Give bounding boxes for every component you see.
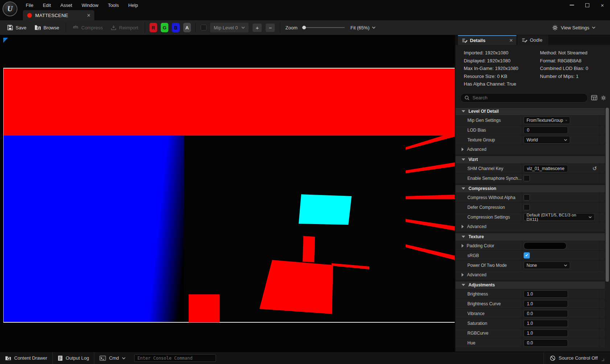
enable-semaphore-checkbox[interactable]	[524, 175, 530, 181]
section-compression[interactable]: Compression	[455, 185, 605, 193]
lod-bias-input[interactable]: 0	[524, 127, 568, 134]
menu-bar: File Edit Asset Window Tools Help	[21, 0, 143, 10]
asset-tab-mattescene[interactable]: MATTESCENE ✕	[23, 10, 94, 20]
menu-asset[interactable]: Asset	[56, 0, 77, 10]
row-srgb: sRGB ✔	[455, 251, 605, 260]
row-texture-group: Texture Group World	[455, 135, 605, 145]
red-stripe-5	[406, 244, 455, 260]
texture-group-dropdown[interactable]: World	[524, 136, 570, 144]
blue-channel-button[interactable]: B	[172, 23, 180, 32]
advanced-expander-compression[interactable]: Advanced	[455, 222, 605, 231]
chevron-down-icon	[592, 26, 595, 29]
menu-window[interactable]: Window	[77, 0, 103, 10]
advanced-expander-texture[interactable]: Advanced	[455, 270, 605, 280]
compress-button[interactable]: Compress	[69, 22, 106, 33]
search-input[interactable]	[472, 95, 584, 100]
collapsed-arrow-icon[interactable]	[462, 244, 464, 248]
browse-button[interactable]: Browse	[31, 22, 63, 33]
collapsed-arrow-icon	[462, 148, 464, 151]
resize-grip[interactable]	[602, 359, 604, 361]
alpha-channel-button[interactable]: A	[183, 23, 191, 32]
tab-details[interactable]: Details ✕	[458, 35, 516, 45]
rgbcurve-input[interactable]: 1.0	[524, 330, 568, 337]
output-log-button[interactable]: Output Log	[53, 352, 94, 364]
row-brightness: Brightness 1.0	[455, 289, 605, 299]
zoom-label: Zoom	[285, 25, 297, 30]
saturation-input[interactable]: 1.0	[524, 320, 568, 327]
asset-tab-row: MATTESCENE ✕	[0, 10, 610, 20]
expanded-arrow-icon	[462, 236, 465, 238]
compression-settings-dropdown[interactable]: Default (DXT1/5, BC1/3 on DX11)	[524, 213, 595, 221]
menu-help[interactable]: Help	[123, 0, 143, 10]
console-command-field[interactable]	[134, 354, 216, 362]
padding-color-swatch[interactable]	[524, 242, 566, 249]
folder-search-icon	[34, 25, 41, 30]
red-channel-button[interactable]: R	[150, 23, 157, 32]
mip-gen-settings-dropdown[interactable]: FromTextureGroup	[524, 116, 570, 124]
vibrance-input[interactable]: 0.0	[524, 310, 568, 317]
menu-file[interactable]: File	[21, 0, 38, 10]
info-method: Method: Not Streamed	[540, 49, 610, 57]
panel-scrollbar[interactable]	[606, 108, 609, 282]
red-stripe-2	[406, 162, 455, 173]
collapsed-arrow-icon	[462, 225, 464, 228]
save-button[interactable]: Save	[4, 22, 30, 33]
display-filter-icon[interactable]	[591, 95, 597, 100]
source-control-off-icon	[550, 355, 556, 361]
minimize-button[interactable]	[564, 0, 580, 10]
menu-tools[interactable]: Tools	[103, 0, 123, 10]
search-field[interactable]	[460, 93, 588, 103]
tab-close-icon[interactable]: ✕	[509, 38, 513, 43]
chevron-down-icon	[564, 264, 567, 266]
mip-minus-button[interactable]: −	[266, 24, 275, 32]
zoom-slider[interactable]	[302, 27, 345, 28]
tab-close-icon[interactable]: ✕	[87, 13, 91, 18]
settings-gear-icon[interactable]	[601, 95, 606, 101]
content-drawer-button[interactable]: Content Drawer	[0, 352, 52, 364]
zoom-slider-knob[interactable]	[302, 26, 306, 29]
info-number-of-mips: Number of Mips: 1	[540, 73, 610, 80]
close-button[interactable]: ×	[595, 0, 610, 10]
hue-input[interactable]: 0.0	[524, 339, 568, 347]
cmd-dropdown[interactable]: Cmd	[94, 352, 130, 364]
unreal-texture-editor-window: U File Edit Asset Window Tools Help × MA…	[0, 0, 610, 364]
defer-compression-checkbox[interactable]	[524, 204, 530, 210]
source-control-button[interactable]: Source Control Off	[544, 352, 610, 364]
menu-edit[interactable]: Edit	[38, 0, 56, 10]
section-level-of-detail[interactable]: Level Of Detail	[455, 107, 605, 115]
tab-oodle[interactable]: Oodle	[517, 35, 548, 45]
red-stripe-4	[406, 219, 455, 231]
section-texture[interactable]: Texture	[455, 233, 605, 241]
property-list: Level Of Detail Mip Gen Settings FromTex…	[455, 106, 610, 352]
green-channel-button[interactable]: G	[161, 23, 168, 32]
brightness-input[interactable]: 1.0	[524, 290, 568, 298]
advanced-expander-lod[interactable]: Advanced	[455, 145, 605, 154]
texture-shapes	[0, 35, 455, 352]
fit-zoom-dropdown[interactable]: Fit (65%)	[351, 25, 376, 30]
reimport-button[interactable]: Reimport	[107, 22, 142, 33]
row-brightness-curve: Brightness Curve 1.0	[455, 299, 605, 309]
srgb-checkbox[interactable]: ✔	[524, 252, 530, 258]
mip-level-dropdown[interactable]: Mip Level 0	[210, 23, 249, 32]
expanded-arrow-icon	[462, 158, 465, 161]
compress-without-alpha-checkbox[interactable]	[524, 194, 530, 200]
expanded-arrow-icon	[462, 187, 465, 190]
brightness-curve-input[interactable]: 1.0	[524, 300, 568, 307]
unreal-logo-icon[interactable]: U	[3, 1, 17, 16]
reset-to-default-icon[interactable]: ↺	[592, 166, 597, 171]
power-of-two-mode-dropdown[interactable]: None	[524, 261, 570, 269]
chevron-down-icon	[564, 139, 567, 141]
texture-viewport[interactable]	[0, 35, 455, 352]
mip-level-checkbox[interactable]	[201, 25, 206, 30]
view-settings-button[interactable]: View Settings	[552, 25, 607, 31]
section-adjustments[interactable]: Adjustments	[455, 281, 605, 289]
mip-plus-button[interactable]: +	[253, 24, 262, 32]
info-has-alpha: Has Alpha Channel: True	[464, 80, 540, 88]
shm-channel-key-input[interactable]: viz_01_mattescene	[524, 165, 568, 172]
section-vizrt[interactable]: Vizrt	[455, 156, 605, 164]
row-hue: Hue 0.0	[455, 338, 605, 348]
red-stripe-3	[406, 195, 455, 199]
row-rgbcurve: RGBCurve 1.0	[455, 328, 605, 338]
console-command-input[interactable]	[138, 356, 213, 361]
maximize-button[interactable]	[580, 0, 595, 10]
